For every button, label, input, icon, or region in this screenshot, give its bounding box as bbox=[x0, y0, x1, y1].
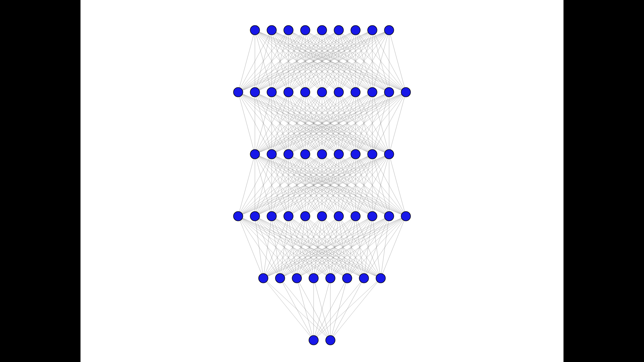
neuron-node bbox=[351, 25, 360, 35]
edge bbox=[238, 30, 255, 92]
edge bbox=[280, 278, 314, 340]
edge bbox=[330, 278, 381, 340]
neuron-node bbox=[250, 87, 260, 97]
neuron-node bbox=[342, 274, 352, 283]
neuron-node bbox=[359, 274, 369, 283]
edge bbox=[288, 92, 406, 154]
neuron-node bbox=[267, 25, 276, 35]
neuron-node bbox=[334, 25, 343, 35]
neuron-node bbox=[275, 274, 285, 283]
edge bbox=[255, 92, 406, 154]
neuron-node bbox=[317, 212, 327, 221]
neuron-node bbox=[267, 212, 276, 221]
neuron-node bbox=[309, 336, 318, 345]
neural-network-svg bbox=[80, 0, 564, 362]
edge bbox=[356, 92, 406, 154]
neuron-node bbox=[368, 25, 377, 35]
edge bbox=[238, 154, 255, 216]
neuron-node bbox=[301, 87, 310, 97]
neuron-node bbox=[384, 87, 394, 97]
neuron-node bbox=[317, 25, 327, 35]
edge bbox=[238, 154, 322, 216]
neuron-node bbox=[401, 87, 411, 97]
neuron-node bbox=[351, 212, 360, 221]
edge bbox=[263, 216, 272, 278]
neuron-node bbox=[250, 149, 260, 159]
neuron-node bbox=[284, 212, 293, 221]
neuron-node bbox=[334, 212, 343, 221]
edge bbox=[238, 154, 356, 216]
edge bbox=[238, 30, 389, 92]
edge bbox=[238, 30, 288, 92]
edge bbox=[238, 92, 255, 154]
neuron-node bbox=[384, 25, 394, 35]
neuron-node bbox=[259, 274, 268, 283]
neuron-node bbox=[368, 87, 377, 97]
neuron-node bbox=[384, 212, 394, 221]
neuron-node bbox=[334, 149, 343, 159]
edge bbox=[238, 154, 288, 216]
neuron-node bbox=[317, 87, 327, 97]
edge bbox=[314, 278, 381, 340]
neuron-node bbox=[284, 87, 293, 97]
neuron-node bbox=[301, 149, 310, 159]
neuron-node bbox=[368, 149, 377, 159]
neuron-node bbox=[384, 149, 394, 159]
neuron-node bbox=[292, 274, 302, 283]
neuron-node bbox=[233, 212, 243, 221]
edge bbox=[238, 30, 322, 92]
neuron-node bbox=[351, 87, 360, 97]
neuron-node bbox=[376, 274, 385, 283]
edge bbox=[314, 278, 364, 340]
neuron-node bbox=[267, 149, 276, 159]
neuron-node bbox=[267, 87, 276, 97]
neuron-node bbox=[326, 274, 335, 283]
neuron-node bbox=[326, 336, 335, 345]
edge bbox=[255, 216, 263, 278]
edge bbox=[297, 278, 314, 340]
neuron-node bbox=[301, 212, 310, 221]
neuron-node bbox=[233, 87, 243, 97]
edge bbox=[389, 154, 406, 216]
neuron-node bbox=[401, 212, 411, 221]
neuron-node bbox=[351, 149, 360, 159]
edge bbox=[389, 30, 406, 92]
neuron-node bbox=[309, 274, 318, 283]
diagram-canvas bbox=[80, 0, 564, 362]
neuron-node bbox=[250, 25, 260, 35]
neuron-node bbox=[368, 212, 377, 221]
edge bbox=[238, 30, 356, 92]
neuron-node bbox=[284, 25, 293, 35]
neuron-node bbox=[301, 25, 310, 35]
edge bbox=[322, 92, 406, 154]
neuron-node bbox=[317, 149, 327, 159]
edge bbox=[263, 278, 314, 340]
edge bbox=[389, 92, 406, 154]
edges-group bbox=[238, 30, 406, 340]
neuron-node bbox=[250, 212, 260, 221]
neuron-node bbox=[334, 87, 343, 97]
neuron-node bbox=[284, 149, 293, 159]
edge bbox=[238, 154, 389, 216]
